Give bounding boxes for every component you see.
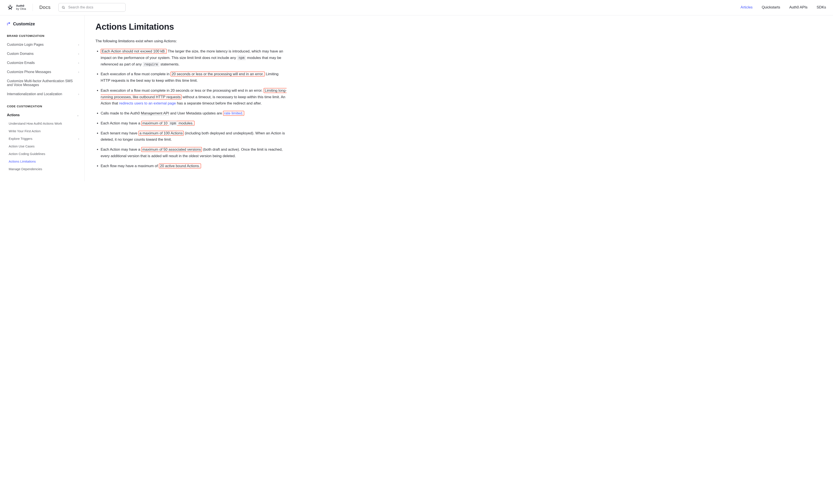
sidebar-sub-coding[interactable]: Action Coding Guidelines (9, 150, 79, 158)
docs-label[interactable]: Docs (39, 4, 51, 10)
header: Auth0 by Okta Docs Articles Quickstarts … (0, 0, 833, 16)
nav-sdks[interactable]: SDKs (817, 5, 826, 9)
sidebar-page-head: Customize (7, 22, 79, 26)
list-item: Each flow may have a maximum of 20 activ… (101, 163, 288, 169)
brand-top: Auth0 (16, 4, 26, 7)
list-item: Each tenant may have a maximum of 100 Ac… (101, 130, 288, 143)
nav-auth0-apis[interactable]: Auth0 APIs (789, 5, 807, 9)
list-item: Each execution of a flow must complete i… (101, 71, 288, 84)
text: has a separate timeout before the redire… (176, 101, 262, 105)
highlight: maximum of 10 npm modules. (141, 121, 195, 126)
highlight: Each Action should not exceed 100 kB. (101, 49, 167, 54)
chevron-right-icon: › (78, 70, 79, 74)
sidebar-item-label: Customize Phone Messages (7, 70, 51, 74)
page-title: Actions Limitations (95, 22, 288, 32)
text: Each Action may have a (101, 121, 140, 125)
sidebar-list-brand: Customize Login Pages› Custom Domains› C… (7, 40, 79, 99)
svg-point-0 (9, 6, 11, 8)
sidebar-sub-understand[interactable]: Understand How Auth0 Actions Work (9, 120, 79, 127)
sidebar-section-brand: BRAND CUSTOMIZATION (7, 34, 79, 37)
text: modules. (177, 121, 193, 125)
sidebar-item-label: Internationalization and Localization (7, 92, 62, 96)
sidebar-item-label: Actions (7, 113, 20, 117)
text: maximum of 10 (142, 121, 169, 125)
vertical-separator (32, 4, 33, 11)
limitations-list: Each Action should not exceed 100 kB. Th… (95, 48, 288, 169)
search-box[interactable] (58, 3, 126, 12)
sidebar-item-label: Custom Domains (7, 52, 33, 56)
sidebar-sub-write-first[interactable]: Write Your First Action (9, 127, 79, 135)
chevron-right-icon: › (78, 92, 79, 96)
list-item: Each Action may have a maximum of 50 ass… (101, 146, 288, 159)
code-npm: npm (237, 55, 246, 60)
sidebar-sublist-actions: Understand How Auth0 Actions Work Write … (9, 120, 79, 173)
auth0-logo-icon (7, 4, 14, 10)
chevron-right-icon: › (78, 43, 79, 46)
sidebar-item-label: Customize Emails (7, 61, 35, 65)
primary-nav: Articles Quickstarts Auth0 APIs SDKs (741, 5, 826, 9)
search-input[interactable] (68, 5, 122, 9)
sidebar: Customize BRAND CUSTOMIZATION Customize … (0, 16, 85, 181)
brand-sub: by Okta (16, 7, 26, 10)
nav-articles[interactable]: Articles (741, 5, 753, 9)
text: statements. (160, 62, 180, 66)
text: Calls made to the Auth0 (101, 111, 141, 115)
sidebar-item-customize-emails[interactable]: Customize Emails› (7, 58, 79, 68)
chevron-down-icon: ⌄ (77, 114, 79, 117)
svg-point-1 (62, 6, 64, 8)
list-item: Calls made to the Auth0 Management API a… (101, 110, 288, 117)
sidebar-sub-manage-deps[interactable]: Manage Dependencies (9, 165, 79, 173)
sidebar-item-mfa-sms-voice[interactable]: Customize Multi-factor Authentication SM… (7, 77, 79, 90)
list-item: Each Action should not exceed 100 kB. Th… (101, 48, 288, 68)
highlight: maximum of 50 associated versions (141, 147, 202, 152)
list-item: Each execution of a flow must complete i… (101, 87, 288, 107)
brand-text: Auth0 by Okta (16, 4, 26, 10)
sidebar-item-custom-domains[interactable]: Custom Domains› (7, 49, 79, 58)
sidebar-item-login-pages[interactable]: Customize Login Pages› (7, 40, 79, 49)
sidebar-item-phone-messages[interactable]: Customize Phone Messages› (7, 68, 79, 77)
sidebar-sub-triggers[interactable]: Explore Triggers› (9, 135, 79, 143)
nav-quickstarts[interactable]: Quickstarts (762, 5, 780, 9)
text: Each tenant may have (101, 131, 138, 135)
text: . (242, 111, 243, 115)
text: and User Metadata updates are (169, 111, 223, 115)
tooltip-term[interactable]: Management API (141, 111, 169, 116)
highlight: 20 seconds or less or the processing wil… (170, 72, 265, 77)
highlight: a maximum of 100 Actions (138, 131, 184, 136)
code-require: require (143, 62, 160, 67)
customize-icon (7, 22, 10, 26)
text: Each execution of a flow must complete i… (101, 72, 170, 76)
sidebar-section-code: CODE CUSTOMIZATION (7, 105, 79, 108)
sidebar-item-label: Customize Multi-factor Authentication SM… (7, 79, 79, 87)
sidebar-list-code: Actions ⌄ Understand How Auth0 Actions W… (7, 110, 79, 173)
intro-text: The following limitations exist when usi… (95, 38, 288, 44)
svg-line-2 (64, 8, 65, 9)
sidebar-sub-limitations[interactable]: Actions Limitations (9, 158, 79, 165)
chevron-right-icon: › (78, 137, 79, 141)
sidebar-item-actions[interactable]: Actions ⌄ (7, 110, 79, 120)
text: Each Action may have a (101, 147, 141, 152)
code-npm: npm (169, 121, 177, 126)
sidebar-item-label: Customize Login Pages (7, 43, 44, 47)
sidebar-item-label: Explore Triggers (9, 137, 32, 141)
sidebar-sub-use-cases[interactable]: Action Use Cases (9, 143, 79, 150)
highlight: rate limited. (223, 111, 244, 116)
text: Each execution of a flow must complete i… (101, 89, 264, 93)
list-item: Each Action may have a maximum of 10 npm… (101, 120, 288, 127)
chevron-right-icon: › (78, 61, 79, 65)
brand-logo[interactable]: Auth0 by Okta (7, 4, 26, 10)
link-redirect-external[interactable]: redirects users to an external page (119, 101, 176, 105)
search-icon (62, 5, 65, 9)
text: Each flow may have a maximum of (101, 164, 159, 168)
chevron-right-icon: › (78, 52, 79, 55)
sidebar-item-i18n[interactable]: Internationalization and Localization› (7, 90, 79, 99)
link-rate-limited[interactable]: rate limited (224, 111, 242, 115)
article: Actions Limitations The following limita… (85, 16, 297, 181)
sidebar-page-title: Customize (13, 22, 35, 26)
highlight: 20 active bound Actions. (159, 163, 201, 169)
